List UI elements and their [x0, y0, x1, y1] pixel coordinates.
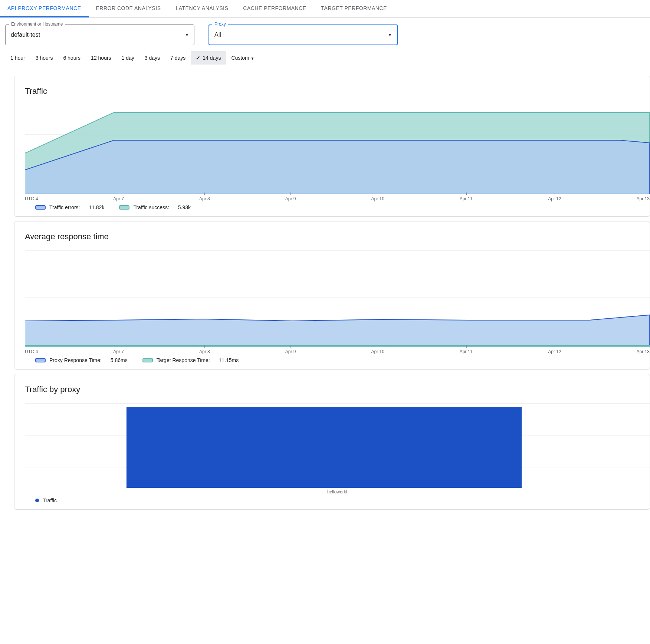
chevron-down-icon: ▼ — [185, 33, 189, 37]
tab-cache-performance[interactable]: CACHE PERFORMANCE — [236, 0, 313, 17]
legend-proxy-response[interactable]: Proxy Response Time: 5.86ms — [35, 357, 128, 363]
latency-legend: Proxy Response Time: 5.86ms Target Respo… — [25, 354, 650, 363]
legend-dot-icon — [35, 499, 39, 502]
x-tick: Apr 8 — [199, 349, 210, 354]
x-tick: Apr 11 — [460, 196, 473, 201]
environment-field: Environment or Hostname default-test ▼ — [5, 24, 194, 45]
traffic-legend: Traffic errors: 11.82k Traffic success: … — [25, 201, 650, 210]
proxy-select[interactable]: All ▼ — [209, 24, 398, 45]
time-range-14days[interactable]: ✓14 days — [191, 51, 226, 65]
x-tick: Apr 12 — [548, 349, 561, 354]
x-tick: Apr 9 — [285, 196, 296, 201]
latency-title: Average response time — [14, 232, 650, 250]
check-icon: ✓ — [196, 55, 200, 61]
x-tick: Apr 7 — [113, 196, 124, 201]
traffic-by-proxy-legend: Traffic — [25, 494, 650, 503]
environment-value: default-test — [11, 32, 40, 38]
proxy-value: All — [214, 32, 221, 38]
traffic-xaxis: UTC-4 Apr 7 Apr 8 Apr 9 Apr 10 Apr 11 Ap… — [25, 194, 650, 201]
latency-xaxis: UTC-4 Apr 7 Apr 8 Apr 9 Apr 10 Apr 11 Ap… — [25, 347, 650, 354]
latency-card: Average response time UTC-4 Apr 7 Apr 8 … — [14, 221, 650, 369]
x-tick: Apr 7 — [113, 349, 124, 354]
legend-traffic[interactable]: Traffic — [35, 497, 57, 503]
tab-api-proxy-performance[interactable]: API PROXY PERFORMANCE — [0, 0, 89, 17]
traffic-title: Traffic — [14, 86, 650, 105]
environment-label: Environment or Hostname — [9, 22, 65, 27]
time-range-1day[interactable]: 1 day — [116, 51, 139, 65]
x-tick: Apr 12 — [548, 196, 561, 201]
x-tick: Apr 10 — [371, 196, 384, 201]
x-tick: Apr 10 — [371, 349, 384, 354]
x-tick: Apr 8 — [199, 196, 210, 201]
tabs-nav: API PROXY PERFORMANCE ERROR CODE ANALYSI… — [0, 0, 650, 18]
x-tick: Apr 9 — [285, 349, 296, 354]
time-range-1hour[interactable]: 1 hour — [5, 51, 30, 65]
traffic-chart — [25, 105, 650, 194]
legend-traffic-success[interactable]: Traffic success: 5.93k — [119, 204, 191, 210]
time-range-custom[interactable]: Custom ▼ — [226, 51, 259, 65]
time-range-row: 1 hour 3 hours 6 hours 12 hours 1 day 3 … — [0, 49, 650, 71]
x-tick: Apr 13 — [637, 196, 650, 201]
x-tick: Apr 11 — [460, 349, 473, 354]
tz-label: UTC-4 — [25, 349, 38, 354]
legend-swatch-icon — [142, 358, 153, 362]
tz-label: UTC-4 — [25, 196, 38, 201]
time-range-6hours[interactable]: 6 hours — [58, 51, 86, 65]
time-range-12hours[interactable]: 12 hours — [86, 51, 116, 65]
legend-swatch-icon — [35, 205, 46, 210]
proxy-field: Proxy All ▼ — [209, 24, 398, 45]
legend-traffic-errors[interactable]: Traffic errors: 11.82k — [35, 204, 104, 210]
x-tick: Apr 13 — [637, 349, 650, 354]
bar-category-label: helloworld — [327, 489, 347, 494]
tab-latency-analysis[interactable]: LATENCY ANALYSIS — [168, 0, 236, 17]
time-range-3hours[interactable]: 3 hours — [30, 51, 58, 65]
legend-target-response[interactable]: Target Response Time: 11.15ms — [142, 357, 239, 363]
filters-row: Environment or Hostname default-test ▼ P… — [0, 18, 650, 49]
latency-chart — [25, 250, 650, 347]
chevron-down-icon: ▼ — [251, 56, 255, 60]
traffic-by-proxy-title: Traffic by proxy — [14, 385, 650, 403]
time-range-7days[interactable]: 7 days — [165, 51, 191, 65]
traffic-card: Traffic UTC-4 Apr 7 Apr 8 Apr 9 Apr 10 A… — [14, 76, 650, 217]
legend-swatch-icon — [35, 358, 46, 362]
tab-target-performance[interactable]: TARGET PERFORMANCE — [314, 0, 394, 17]
chevron-down-icon: ▼ — [388, 33, 392, 37]
legend-swatch-icon — [119, 205, 129, 210]
time-range-3days[interactable]: 3 days — [139, 51, 165, 65]
proxy-label: Proxy — [212, 22, 228, 27]
svg-rect-7 — [127, 407, 522, 488]
traffic-by-proxy-chart — [25, 403, 650, 489]
environment-select[interactable]: default-test ▼ — [5, 24, 194, 45]
traffic-by-proxy-card: Traffic by proxy helloworld Traffic — [14, 374, 650, 510]
tab-error-code-analysis[interactable]: ERROR CODE ANALYSIS — [89, 0, 168, 17]
